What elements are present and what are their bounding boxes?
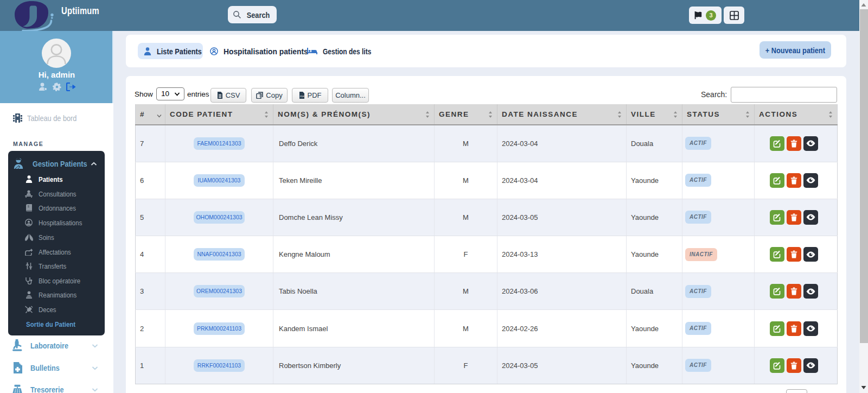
svg-text:PDF: PDF (300, 95, 305, 98)
